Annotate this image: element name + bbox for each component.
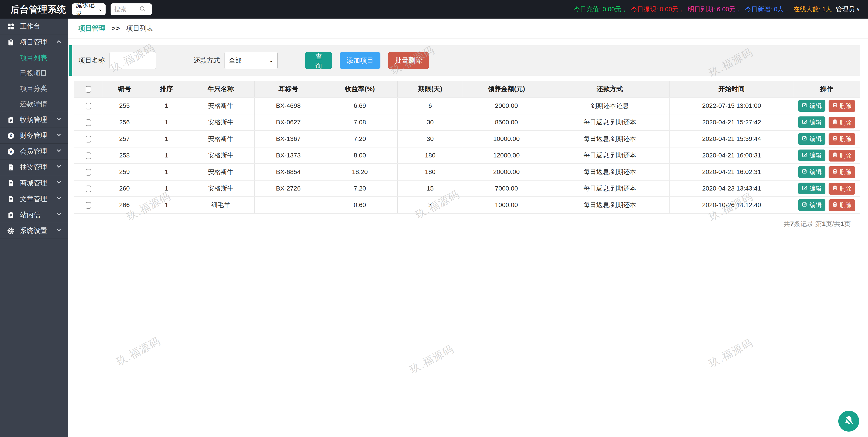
sidebar-item-会员管理[interactable]: V会员管理 [0,144,68,159]
delete-button[interactable]: 删除 [829,150,855,161]
cell-amount: 2000.00 [463,98,550,114]
select-all-cell [74,81,103,98]
cell-rate: 18.20 [322,164,398,180]
sidebar-item-label: 站内信 [20,210,40,220]
sidebar-subitem-还款详情[interactable]: 还款详情 [0,96,68,112]
clipboard-icon [7,211,15,219]
svg-text:¥: ¥ [9,133,12,138]
edit-icon [802,201,808,209]
breadcrumb: 项目管理 >> 项目列表 [68,19,868,38]
cell-start: 2020-04-21 16:02:31 [670,164,794,180]
sidebar-subitem-label: 还款详情 [20,99,47,109]
cell-sort: 1 [146,98,187,114]
cell-tag: BX-2726 [254,180,322,197]
delete-button[interactable]: 删除 [829,133,855,145]
delete-button[interactable]: 删除 [829,117,855,128]
svg-text:V: V [9,149,12,154]
cell-actions: 编辑删除 [794,180,860,197]
cell-rate: 8.00 [322,147,398,164]
batch-delete-button[interactable]: 批量删除 [388,52,429,69]
sidebar-subitem-项目分类[interactable]: 项目分类 [0,81,68,96]
sidebar-item-商城管理[interactable]: 商城管理 [0,175,68,191]
select-all-checkbox[interactable] [86,86,91,93]
sidebar-subitem-项目列表[interactable]: 项目列表 [0,50,68,65]
pagination-text: 条记录 第 [794,220,822,227]
sidebar-item-系统设置[interactable]: 系统设置 [0,223,68,239]
row-checkbox[interactable] [86,119,91,126]
cell-id: 259 [103,164,146,180]
row-select-cell [74,197,103,213]
sidebar-item-站内信[interactable]: 站内信 [0,207,68,223]
module-select-value: 流水记录 [76,1,98,18]
cell-name: 细毛羊 [187,197,254,213]
chevron-down-icon: ⌄ [98,6,102,12]
row-select-cell [74,131,103,147]
cell-id: 255 [103,98,146,114]
project-table-wrap: 编号 排序 牛只名称 耳标号 收益率(%) 期限(天) 领养金额(元) 还款方式… [74,81,860,228]
chevron-down-icon [56,179,62,187]
chevron-down-icon [56,163,62,171]
topbar-search[interactable] [111,3,152,15]
grid-icon [7,23,15,31]
edit-button[interactable]: 编辑 [798,199,826,211]
module-select[interactable]: 流水记录 ⌄ [72,3,105,15]
edit-button[interactable]: 编辑 [798,100,826,112]
edit-button[interactable]: 编辑 [798,117,826,128]
sidebar-subitem-已投项目[interactable]: 已投项目 [0,65,68,81]
sidebar-item-label: 工作台 [20,22,40,31]
stat-item: 今日提现: 0.00元， [631,5,685,13]
admin-menu[interactable]: 管理员 ∨ [836,5,860,13]
sidebar-item-项目管理[interactable]: 项目管理 [0,34,68,50]
table-row: 2581安格斯牛BX-13738.0018012000.00每日返息,到期还本2… [74,147,860,164]
delete-button[interactable]: 删除 [829,183,855,195]
sidebar-item-抽奖管理[interactable]: 抽奖管理 [0,159,68,175]
query-button[interactable]: 查询 [305,52,332,69]
chevron-down-icon [56,132,62,139]
row-checkbox[interactable] [86,103,91,110]
edit-button[interactable]: 编辑 [798,166,826,178]
add-project-button[interactable]: 添加项目 [340,52,380,69]
cell-sort: 1 [146,131,187,147]
sidebar-item-文章管理[interactable]: 文章管理 [0,191,68,207]
cell-amount: 20000.00 [463,164,550,180]
delete-button[interactable]: 删除 [829,199,855,211]
sidebar-item-财务管理[interactable]: ¥财务管理 [0,128,68,144]
breadcrumb-parent[interactable]: 项目管理 [79,24,105,33]
edit-icon [802,102,808,110]
filter-panel: 项目名称 还款方式 全部 ⌄ 查询 添加项目 批量删除 [69,45,860,76]
cell-tag: BX-1367 [254,131,322,147]
row-checkbox[interactable] [86,136,91,143]
row-checkbox[interactable] [86,169,91,176]
row-checkbox[interactable] [86,186,91,192]
sidebar-item-工作台[interactable]: 工作台 [0,19,68,34]
stat-item: 今日新增: 0人， [745,5,790,13]
cell-days: 15 [398,180,463,197]
row-checkbox[interactable] [86,202,91,209]
search-input[interactable] [114,6,139,13]
col-header: 期限(天) [398,81,463,98]
cell-days: 30 [398,114,463,131]
cell-actions: 编辑删除 [794,114,860,131]
cell-sort: 1 [146,180,187,197]
delete-button[interactable]: 删除 [829,166,855,178]
edit-button[interactable]: 编辑 [798,133,826,145]
row-checkbox[interactable] [86,153,91,159]
edit-icon [802,168,808,176]
sidebar-group: ¥财务管理 [0,128,68,144]
sidebar-item-牧场管理[interactable]: 牧场管理 [0,112,68,128]
edit-button[interactable]: 编辑 [798,150,826,161]
repay-method-select[interactable]: 全部 ⌄ [224,52,278,69]
edit-icon [802,152,808,159]
cell-days: 7 [398,197,463,213]
sidebar-group: 抽奖管理 [0,159,68,175]
table-row: 2591安格斯牛BX-685418.2018020000.00每日返息,到期还本… [74,164,860,180]
edit-button[interactable]: 编辑 [798,183,826,194]
stat-item: 在线人数: 1人 [793,5,832,13]
cell-tag: BX-0627 [254,114,322,131]
sidebar: 工作台项目管理项目列表已投项目项目分类还款详情牧场管理¥财务管理V会员管理抽奖管… [0,19,68,437]
document-icon [7,163,15,171]
delete-button[interactable]: 删除 [829,100,855,112]
notification-mute-fab[interactable] [838,411,859,432]
cell-days: 180 [398,164,463,180]
project-name-input[interactable] [110,52,156,69]
